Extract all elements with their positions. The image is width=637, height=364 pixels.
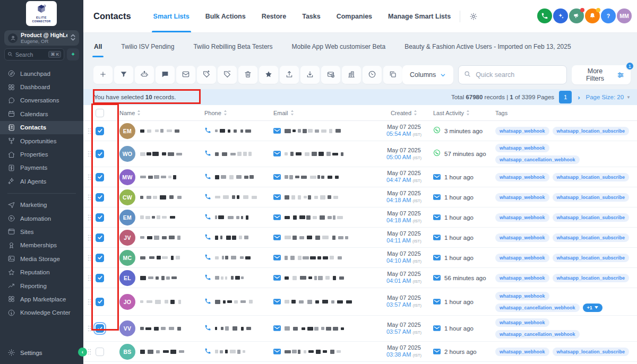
- import-button[interactable]: [300, 66, 320, 84]
- drag-handle-icon[interactable]: [88, 174, 91, 181]
- drag-handle-icon[interactable]: [88, 150, 91, 158]
- sidebar-item-app-marketplace[interactable]: App Marketplace: [0, 292, 83, 306]
- row-checkbox[interactable]: [96, 254, 104, 262]
- sidebar-item-settings[interactable]: Settings: [0, 346, 83, 359]
- sidebar-item-sites[interactable]: Sites: [0, 225, 83, 238]
- tag-pill[interactable]: whatsapp_cancellation_webhook: [495, 304, 580, 312]
- row-checkbox[interactable]: [96, 213, 104, 222]
- ai-sparkle-icon-button[interactable]: [553, 8, 568, 23]
- tag-pill[interactable]: whatsapp_webhook: [495, 173, 549, 181]
- drag-handle-icon[interactable]: [88, 274, 91, 282]
- sort-icon[interactable]: [223, 110, 227, 116]
- sidebar-item-reputation[interactable]: Reputation: [0, 265, 83, 279]
- drag-handle-icon[interactable]: [88, 127, 91, 135]
- tag-pill[interactable]: whatsapp_location_subscribe: [553, 213, 630, 222]
- email-status-button[interactable]: [321, 66, 340, 84]
- tag-pill[interactable]: whatsapp_webhook: [495, 348, 549, 356]
- column-header-created[interactable]: Created: [391, 110, 417, 116]
- row-checkbox[interactable]: [96, 274, 104, 282]
- tab-manage-smart-lists[interactable]: Manage Smart Lists: [388, 0, 451, 32]
- row-checkbox[interactable]: [96, 173, 104, 181]
- column-header-name[interactable]: Name: [119, 110, 141, 116]
- row-checkbox[interactable]: [96, 348, 104, 356]
- drag-handle-icon[interactable]: [88, 194, 91, 201]
- tag-pill[interactable]: whatsapp_location_subscribe: [553, 233, 630, 242]
- sort-icon[interactable]: [137, 110, 141, 116]
- contact-row[interactable]: BS May 07 2025 03:38 AM (IST) 2 hours ag…: [83, 342, 637, 362]
- more-tags-pill[interactable]: +1: [583, 304, 602, 312]
- contact-row[interactable]: EM May 07 2025 05:54 AM (IST) 3 minutes …: [83, 121, 637, 141]
- smartlist-tab-beauty-fashion-active-users-imported-on-[interactable]: Beauty & Fashion Active Users - Imported…: [404, 34, 571, 59]
- bell-icon-button[interactable]: [585, 8, 600, 23]
- help-icon-button[interactable]: ?: [601, 8, 616, 23]
- remove-tag-button[interactable]: [218, 66, 237, 84]
- tag-pill[interactable]: whatsapp_cancellation_webhook: [495, 155, 580, 164]
- row-checkbox[interactable]: [96, 193, 104, 202]
- tag-pill[interactable]: whatsapp_location_subscribe: [553, 274, 630, 282]
- next-page-chevron[interactable]: ›: [576, 93, 581, 101]
- sidebar-item-dashboard[interactable]: Dashboard: [0, 80, 83, 93]
- tag-pill[interactable]: whatsapp_webhook: [495, 233, 549, 242]
- contact-row[interactable]: EL May 07 2025 04:01 AM (IST) 56 minutes…: [83, 268, 637, 288]
- user-avatar[interactable]: MM: [617, 8, 632, 23]
- account-switcher[interactable]: Product @ HighLevel Eugene, OR: [4, 30, 79, 46]
- sidebar-item-media-storage[interactable]: Media Storage: [0, 252, 83, 265]
- sidebar-item-knowledge-center[interactable]: Knowledge Center: [0, 306, 83, 319]
- sidebar-item-memberships[interactable]: Memberships: [0, 239, 83, 252]
- tag-pill[interactable]: whatsapp_location_subscribe: [553, 254, 630, 262]
- whatsapp-button[interactable]: [363, 66, 382, 84]
- drag-handle-icon[interactable]: [88, 234, 91, 241]
- delete-button[interactable]: [238, 66, 257, 84]
- quick-search-field[interactable]: [475, 71, 561, 79]
- sidebar-item-launchpad[interactable]: Launchpad: [0, 67, 83, 80]
- sidebar-item-ai-agents[interactable]: AI Agents: [0, 175, 83, 188]
- drag-handle-icon[interactable]: [88, 254, 91, 262]
- column-header-phone[interactable]: Phone: [204, 110, 227, 116]
- contact-row[interactable]: MC May 07 2025 04:10 AM (IST) 1 hour ago…: [83, 248, 637, 268]
- sidebar-item-calendars[interactable]: Calendars: [0, 107, 83, 120]
- page-size-dropdown[interactable]: Page Size: 20▼: [586, 94, 631, 100]
- column-header-last-activity[interactable]: Last Activity: [433, 110, 470, 116]
- smartlist-tab-twilio-rebilling-beta-testers[interactable]: Twilio Rebilling Beta Testers: [193, 34, 272, 59]
- phone-icon-button[interactable]: [537, 8, 552, 23]
- tab-companies[interactable]: Companies: [337, 0, 372, 32]
- contact-row[interactable]: EM May 07 2025 04:18 AM (IST) 1 hour ago…: [83, 207, 637, 228]
- tab-restore[interactable]: Restore: [262, 0, 287, 32]
- contact-row[interactable]: RV May 07 2025 03:38 AM (IST) 2 hours ag…: [83, 362, 637, 364]
- row-checkbox[interactable]: [96, 233, 104, 242]
- sms-button[interactable]: [156, 66, 175, 84]
- sidebar-item-conversations[interactable]: Conversations: [0, 94, 83, 107]
- row-checkbox[interactable]: [96, 324, 104, 333]
- company-button[interactable]: [342, 66, 361, 84]
- tag-pill[interactable]: whatsapp_location_subscribe: [553, 173, 630, 181]
- ai-assistant-button[interactable]: ✦: [67, 48, 79, 60]
- tag-pill[interactable]: whatsapp_webhook: [495, 213, 549, 222]
- email-button[interactable]: [176, 66, 195, 84]
- add-contact-button[interactable]: [93, 66, 113, 84]
- sidebar-item-automation[interactable]: Automation: [0, 212, 83, 225]
- sidebar-item-opportunities[interactable]: Opportunities: [0, 134, 83, 148]
- sidebar-collapse-button[interactable]: ‹: [78, 348, 87, 357]
- tag-pill[interactable]: whatsapp_webhook: [495, 127, 549, 135]
- contact-row[interactable]: JV May 07 2025 04:11 AM (IST) 1 hour ago…: [83, 228, 637, 248]
- row-checkbox[interactable]: [96, 150, 104, 158]
- sort-icon[interactable]: [466, 110, 470, 116]
- drag-handle-icon[interactable]: [88, 325, 91, 332]
- smartlist-tab-mobile-app-web-customiser-beta[interactable]: Mobile App Web customiser Beta: [292, 34, 386, 59]
- smartlist-tab-twilio-isv-pending[interactable]: Twilio ISV Pending: [121, 34, 174, 59]
- row-checkbox[interactable]: [96, 127, 104, 135]
- megaphone-icon-button[interactable]: [569, 8, 584, 23]
- smartlist-tab-all[interactable]: All: [94, 34, 102, 59]
- tag-pill[interactable]: whatsapp_location_subscribe: [553, 193, 630, 202]
- favorite-button[interactable]: [259, 66, 278, 84]
- contact-row[interactable]: VV May 07 2025 03:57 AM (IST) 1 hour ago…: [83, 316, 637, 342]
- tag-pill[interactable]: whatsapp_location_subscribe: [553, 348, 630, 356]
- row-checkbox[interactable]: [96, 298, 104, 306]
- contact-row[interactable]: MW May 07 2025 04:47 AM (IST) 1 hour ago…: [83, 167, 637, 187]
- sidebar-item-properties[interactable]: Properties: [0, 148, 83, 161]
- quick-search-input[interactable]: [458, 65, 567, 84]
- sidebar-item-contacts[interactable]: Contacts: [0, 121, 83, 134]
- tag-pill[interactable]: whatsapp_webhook: [495, 193, 549, 202]
- sidebar-search-input[interactable]: Search ⌘ K: [4, 48, 64, 60]
- drag-handle-icon[interactable]: [88, 348, 91, 356]
